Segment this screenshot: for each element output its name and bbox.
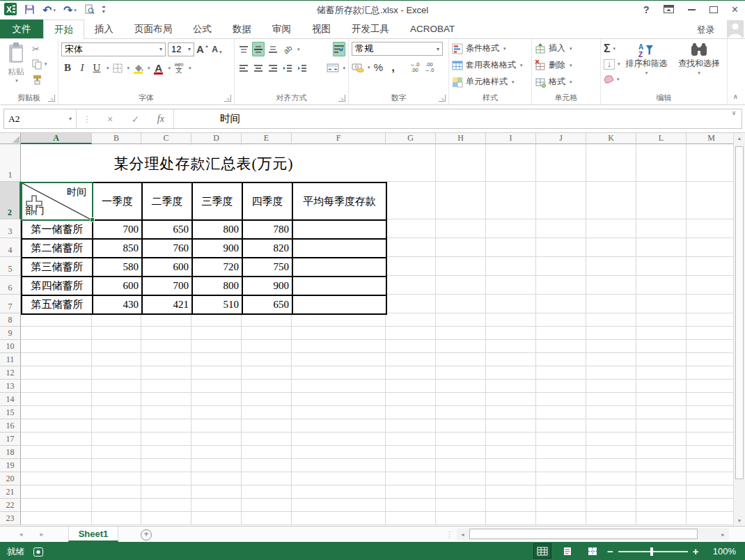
cell-B12[interactable] xyxy=(92,366,141,380)
cell-I18[interactable] xyxy=(486,446,536,459)
cell-K14[interactable] xyxy=(586,393,636,406)
increase-indent-button[interactable] xyxy=(296,61,308,75)
cell-F9[interactable] xyxy=(292,327,386,340)
cell-D2[interactable]: 三季度 xyxy=(191,182,243,221)
bottom-align-button[interactable] xyxy=(267,42,279,56)
column-header-G[interactable]: G xyxy=(386,133,436,144)
copy-button[interactable]: ▾ xyxy=(32,57,47,71)
column-header-A[interactable]: A xyxy=(21,133,92,144)
cell-J20[interactable] xyxy=(536,472,586,485)
cell-B23[interactable] xyxy=(92,512,141,525)
middle-align-button[interactable] xyxy=(252,42,265,56)
align-center-button[interactable] xyxy=(252,61,265,75)
paste-button[interactable]: 粘贴 ▾ xyxy=(0,39,32,86)
row-header-7[interactable]: 7 xyxy=(0,295,21,313)
cell-H20[interactable] xyxy=(436,472,486,485)
cell-M2[interactable] xyxy=(687,182,733,219)
font-name-combo[interactable]: 宋体▾ xyxy=(61,42,166,56)
cell-G10[interactable] xyxy=(386,340,436,353)
cell-E13[interactable] xyxy=(242,380,292,393)
top-align-button[interactable] xyxy=(237,42,250,56)
cell-A5[interactable]: 第三储蓄所 xyxy=(21,257,93,277)
cell-D20[interactable] xyxy=(191,472,242,485)
cell-J6[interactable] xyxy=(536,276,586,295)
cell-I23[interactable] xyxy=(486,512,536,525)
cell-M13[interactable] xyxy=(687,380,733,393)
row-header-14[interactable]: 14 xyxy=(0,393,21,406)
cell-M6[interactable] xyxy=(687,276,733,295)
cell-A7[interactable]: 第五储蓄所 xyxy=(21,295,93,315)
macro-record-icon[interactable] xyxy=(33,547,43,559)
cell-A8[interactable] xyxy=(21,313,92,327)
cell-I14[interactable] xyxy=(486,393,536,406)
cell-G21[interactable] xyxy=(386,485,436,499)
tab-文件[interactable]: 文件 xyxy=(0,20,43,38)
cell-C2[interactable]: 二季度 xyxy=(141,182,193,221)
select-all-button[interactable] xyxy=(0,133,21,144)
cell-I9[interactable] xyxy=(486,327,536,340)
cell-B7[interactable]: 430 xyxy=(92,295,143,315)
column-header-D[interactable]: D xyxy=(191,133,242,144)
cell-M18[interactable] xyxy=(687,446,733,459)
zoom-out-button[interactable]: − xyxy=(607,545,613,557)
cell-F5[interactable] xyxy=(292,257,387,277)
font-color-dropdown-icon[interactable]: ▾ xyxy=(168,65,171,71)
cell-F2[interactable]: 平均每季度存款 xyxy=(292,182,387,221)
cell-M7[interactable] xyxy=(687,295,733,313)
row-header-15[interactable]: 15 xyxy=(0,406,21,419)
vertical-scrollbar[interactable]: ▲ ▼ xyxy=(733,133,745,526)
alignment-dialog-launcher-icon[interactable] xyxy=(338,95,345,102)
cell-H16[interactable] xyxy=(436,419,486,433)
enter-icon[interactable]: ✓ xyxy=(123,114,148,125)
orientation-dropdown-icon[interactable]: ▾ xyxy=(297,47,300,52)
cell-J18[interactable] xyxy=(536,446,586,459)
cell-M10[interactable] xyxy=(687,340,733,353)
cell-L11[interactable] xyxy=(636,353,687,366)
cell-E19[interactable] xyxy=(242,459,292,472)
row-header-22[interactable]: 22 xyxy=(0,499,21,512)
cell-E22[interactable] xyxy=(242,499,292,512)
cell-J7[interactable] xyxy=(536,295,586,313)
cell-F3[interactable] xyxy=(292,219,387,240)
tab-审阅[interactable]: 审阅 xyxy=(262,20,301,38)
scroll-left-icon[interactable]: ◄ xyxy=(457,528,469,540)
minimize-button[interactable] xyxy=(688,9,696,10)
row-header-16[interactable]: 16 xyxy=(0,419,21,433)
cell-G17[interactable] xyxy=(386,433,436,446)
cell-E6[interactable]: 900 xyxy=(242,276,293,296)
normal-view-button[interactable] xyxy=(533,543,551,559)
cell-H12[interactable] xyxy=(436,366,486,380)
cell-B14[interactable] xyxy=(92,393,141,406)
cell-H10[interactable] xyxy=(436,340,486,353)
sheet-nav-right-icon[interactable]: ► xyxy=(39,531,45,538)
zoom-slider[interactable] xyxy=(618,551,688,552)
cancel-icon[interactable]: × xyxy=(97,114,123,125)
fill-color-button[interactable] xyxy=(132,61,144,75)
cell-G13[interactable] xyxy=(386,380,436,393)
row-header-13[interactable]: 13 xyxy=(0,380,21,393)
cell-I1[interactable] xyxy=(486,144,536,182)
cell-C9[interactable] xyxy=(141,327,191,340)
cell-B11[interactable] xyxy=(92,353,141,366)
align-left-button[interactable] xyxy=(237,61,250,75)
cell-D8[interactable] xyxy=(191,313,242,327)
cell-K2[interactable] xyxy=(586,182,636,219)
cell-A9[interactable] xyxy=(21,327,92,340)
cell-F6[interactable] xyxy=(292,276,387,296)
tab-公式[interactable]: 公式 xyxy=(182,20,222,38)
number-format-dropdown-icon[interactable]: ▾ xyxy=(434,46,439,52)
cell-C22[interactable] xyxy=(141,499,191,512)
cell-G15[interactable] xyxy=(386,406,436,419)
cell-E12[interactable] xyxy=(242,366,292,380)
clipboard-dialog-launcher-icon[interactable] xyxy=(48,95,55,102)
cell-L1[interactable] xyxy=(636,144,687,182)
cell-B22[interactable] xyxy=(92,499,141,512)
cell-A16[interactable] xyxy=(21,419,92,433)
cell-M19[interactable] xyxy=(687,459,733,472)
ribbon-display-options-icon[interactable] xyxy=(664,3,674,16)
cell-D23[interactable] xyxy=(191,512,242,525)
cell-G9[interactable] xyxy=(386,327,436,340)
cell-I11[interactable] xyxy=(486,353,536,366)
cell-G8[interactable] xyxy=(386,313,436,327)
cell-I22[interactable] xyxy=(486,499,536,512)
